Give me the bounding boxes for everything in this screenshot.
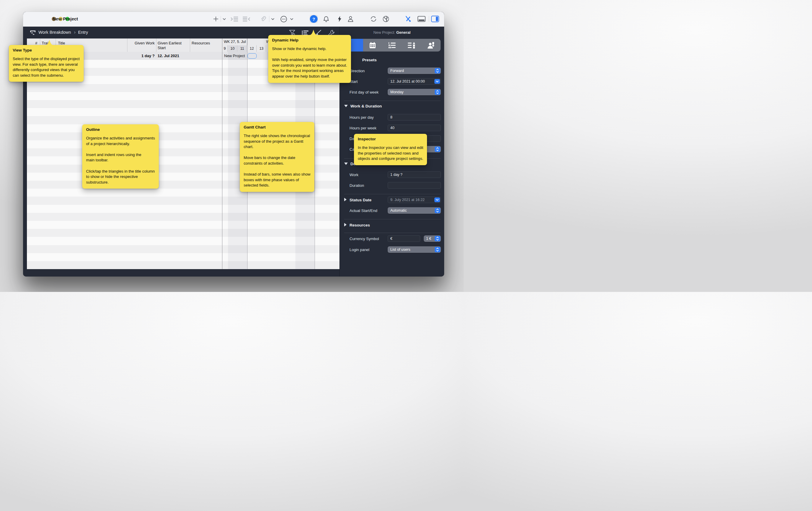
hours-per-week-label: Hours per week (350, 126, 376, 130)
stepper-icon (435, 208, 440, 213)
stepper-icon (435, 89, 440, 95)
right-panel-icon[interactable] (431, 15, 439, 23)
column-header-title[interactable]: Title (58, 41, 65, 45)
tooltip-arrow (309, 30, 318, 35)
chevron-down-icon (434, 197, 440, 202)
add-options-chevron[interactable] (222, 15, 227, 23)
currency-symbol-field[interactable]: € (388, 235, 420, 242)
summary-given-work[interactable]: 1 day ? (131, 54, 155, 58)
bottom-panel-icon[interactable] (417, 15, 426, 23)
table-row (27, 92, 340, 100)
table-row (27, 108, 340, 116)
status-date-field[interactable]: 9. July 2021 at 16:22 (388, 196, 441, 203)
duration-field[interactable] (388, 182, 441, 189)
hours-per-day-field[interactable]: 8 (388, 114, 441, 120)
tooltip-dynamic-help: Dynamic Help Show or hide the dynamic he… (268, 35, 351, 83)
tab-person-star[interactable] (421, 39, 441, 52)
inspector-title: New Project: General (340, 30, 444, 35)
day-header: 10 (228, 45, 237, 52)
login-panel-label: Login panel (350, 247, 369, 252)
toolbar-separator (269, 16, 269, 22)
inspector-tab-bar (344, 39, 441, 52)
section-work-duration[interactable]: Work & Duration (344, 104, 382, 108)
day-header: 12 (247, 45, 257, 52)
work-field[interactable]: 1 day ? (388, 171, 441, 178)
person-icon[interactable] (347, 15, 354, 23)
duration-label: Duration (350, 183, 364, 188)
outdent-icon[interactable] (242, 15, 251, 23)
window-title: New Project (53, 16, 78, 21)
tooltip-arrow (45, 40, 54, 45)
titlebar: New Project ? (23, 12, 444, 27)
lightning-icon[interactable] (337, 15, 342, 23)
table-row (27, 84, 340, 92)
first-day-select[interactable]: Monday (388, 89, 441, 95)
direction-label: Direction (350, 69, 365, 73)
refresh-icon[interactable] (370, 15, 377, 23)
column-header-given-earliest-start[interactable]: Given Earliest Start (157, 41, 184, 50)
tools-icon[interactable] (404, 15, 412, 23)
work-label: Work (350, 172, 358, 177)
paperclip-icon[interactable] (260, 15, 267, 23)
add-button[interactable] (212, 15, 220, 23)
table-row (27, 237, 340, 245)
table-row (27, 213, 340, 221)
indent-icon[interactable] (230, 15, 239, 23)
column-header-given-work[interactable]: Given Work (131, 41, 155, 45)
tooltip-gantt-chart: Gantt Chart The right side shows the chr… (240, 122, 314, 192)
tab-shapes-list[interactable] (402, 39, 422, 52)
tooltip-inspector: Inspector In the Inspector you can view … (354, 134, 427, 165)
table-row (27, 253, 340, 261)
start-date-field[interactable]: 12. Jul 2021 at 00:00 (388, 78, 441, 85)
help-icon[interactable]: ? (310, 15, 318, 23)
day-header: 9 (222, 45, 228, 52)
tooltip-view-type: View Type Select the type of the display… (9, 45, 84, 82)
hours-per-week-field[interactable]: 40 (388, 125, 441, 131)
section-status-date[interactable]: Status Date (344, 198, 371, 202)
table-row (27, 100, 340, 108)
first-day-label: First day of week (350, 90, 378, 95)
breadcrumb-item-view[interactable]: Work Breakdown (38, 30, 71, 35)
week-header-27: WK 27, 5. Jul (222, 38, 247, 45)
breadcrumb-item-entry[interactable]: Entry (78, 30, 88, 35)
stepper-icon (435, 146, 440, 152)
login-panel-select[interactable]: List of users (388, 246, 441, 253)
more-options-chevron[interactable] (289, 15, 294, 23)
tooltip-outline: Outline Organize the activities and assi… (82, 124, 159, 189)
currency-symbol-label: Currency Symbol (350, 237, 379, 241)
direction-select[interactable]: Forward (388, 68, 441, 74)
day-header: 13 (257, 45, 266, 52)
table-row (27, 229, 340, 237)
column-header-resources[interactable]: Resources (192, 41, 210, 45)
work-breakdown-icon[interactable] (29, 29, 37, 36)
summary-given-earliest-start[interactable]: 12. Jul 2021 (157, 54, 179, 58)
hours-per-day-label: Hours per day (350, 115, 374, 119)
toolbar-separator (221, 16, 221, 22)
attach-options-chevron[interactable] (270, 15, 275, 23)
table-row (27, 196, 340, 205)
actual-start-end-select[interactable]: Automatic (388, 207, 441, 214)
table-row (27, 205, 340, 213)
day-header: 11 (238, 45, 247, 52)
stepper-icon (435, 68, 440, 74)
currency-unit-select[interactable]: 1 € (424, 235, 441, 242)
gantt-selection-box[interactable] (248, 53, 257, 59)
stepper-icon (435, 247, 440, 252)
column-header-number[interactable]: # (35, 41, 37, 45)
actual-start-end-label: Actual Start/End (350, 209, 377, 213)
table-row (27, 261, 340, 269)
chevron-down-icon (434, 79, 440, 84)
section-resources[interactable]: Resources (344, 223, 370, 227)
tab-calendar[interactable] (363, 39, 383, 52)
stepper-icon (435, 236, 440, 241)
table-row (27, 221, 340, 229)
network-icon[interactable] (382, 15, 390, 23)
tab-numbered-list[interactable] (382, 39, 402, 52)
bell-icon[interactable] (322, 15, 330, 23)
ellipsis-circle-icon[interactable] (280, 15, 287, 23)
breadcrumb-separator: › (74, 29, 76, 35)
table-row (27, 245, 340, 253)
